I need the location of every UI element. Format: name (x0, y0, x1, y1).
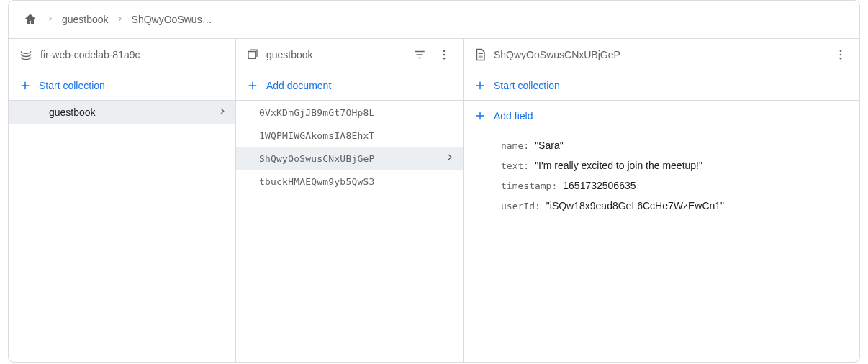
document-list-item[interactable]: 1WQPMIWGAkomsIA8EhxT (236, 124, 463, 147)
start-collection-label: Start collection (39, 80, 105, 91)
start-collection-button[interactable]: Start collection (9, 70, 235, 101)
svg-point-4 (840, 53, 842, 55)
add-field-label: Add field (494, 110, 533, 122)
more-vert-icon[interactable] (832, 46, 849, 63)
more-vert-icon[interactable] (435, 46, 453, 63)
plus-icon (19, 79, 32, 92)
field-value: "Sara" (535, 140, 564, 151)
svg-point-5 (840, 57, 842, 59)
document-list-item[interactable]: ShQwyOoSwusCNxUBjGeP (236, 147, 463, 170)
document-header: ShQwyOoSwusCNxUBjGeP (464, 39, 859, 70)
start-collection-label: Start collection (494, 80, 560, 91)
svg-point-0 (443, 50, 446, 52)
document-id: ShQwyOoSwusCNxUBjGeP (494, 49, 620, 60)
svg-point-1 (443, 53, 446, 55)
document-list-item[interactable]: 0VxKDmGjJB9mGt7OHp8L (236, 101, 463, 124)
breadcrumb-collection[interactable]: guestbook (62, 14, 109, 25)
document-list-item[interactable]: tbuckHMAEQwm9yb5QwS3 (236, 170, 463, 193)
breadcrumb: guestbook ShQwyOoSwus… (9, 1, 859, 39)
documents-list: 0VxKDmGjJB9mGt7OHp8L1WQPMIWGAkomsIA8EhxT… (236, 101, 463, 362)
field-row[interactable]: text"I'm really excited to join the meet… (464, 155, 859, 176)
document-id-label: 0VxKDmGjJB9mGt7OHp8L (259, 107, 375, 118)
chevron-right-icon (116, 14, 125, 25)
field-key: text (501, 160, 529, 171)
document-id-label: 1WQPMIWGAkomsIA8EhxT (259, 130, 375, 141)
document-column: ShQwyOoSwusCNxUBjGeP Start collection Ad… (464, 39, 859, 362)
collection-icon (246, 48, 259, 61)
sidebar-item-collection[interactable]: guestbook (9, 101, 235, 124)
chevron-right-icon (46, 14, 55, 25)
fields-list: name"Sara"text"I'm really excited to joi… (464, 131, 859, 216)
root-project-id: fir-web-codelab-81a9c (40, 49, 140, 60)
field-row[interactable]: timestamp1651732506635 (464, 176, 859, 196)
field-value: "I'm really excited to join the meetup!" (535, 160, 702, 171)
collection-label: guestbook (49, 106, 96, 118)
svg-point-3 (840, 50, 842, 52)
plus-icon (246, 79, 259, 92)
field-row[interactable]: userId"iSQw18x9ead8GeL6CcHe7WzEwCn1" (464, 196, 859, 216)
breadcrumb-document: ShQwyOoSwus… (132, 14, 212, 25)
field-key: name (501, 140, 529, 151)
root-column: fir-web-codelab-81a9c Start collection g… (9, 39, 236, 362)
plus-icon (474, 109, 487, 122)
field-value: "iSQw18x9ead8GeL6CcHe7WzEwCn1" (546, 200, 724, 211)
chevron-right-icon (444, 152, 456, 165)
document-icon (474, 48, 487, 61)
collection-column: guestbook Add document 0VxKDmGjJB9mGt7OH… (236, 39, 464, 362)
add-document-label: Add document (266, 80, 331, 91)
collection-header: guestbook (236, 39, 463, 70)
collection-name: guestbook (266, 49, 313, 60)
chevron-right-icon (217, 106, 228, 119)
filter-icon[interactable] (411, 46, 428, 63)
database-icon (19, 47, 33, 62)
document-id-label: ShQwyOoSwusCNxUBjGeP (259, 153, 375, 164)
add-field-button[interactable]: Add field (464, 101, 859, 131)
svg-point-2 (443, 57, 446, 59)
collections-list: guestbook (9, 101, 235, 362)
field-row[interactable]: name"Sara" (464, 135, 859, 155)
add-document-button[interactable]: Add document (236, 70, 463, 101)
root-header: fir-web-codelab-81a9c (9, 39, 235, 70)
field-value: 1651732506635 (563, 180, 636, 191)
plus-icon (474, 79, 487, 92)
document-id-label: tbuckHMAEQwm9yb5QwS3 (259, 176, 375, 187)
field-key: userId (501, 201, 541, 211)
start-collection-button[interactable]: Start collection (464, 70, 859, 101)
home-icon[interactable] (22, 11, 39, 28)
field-key: timestamp (501, 181, 557, 191)
